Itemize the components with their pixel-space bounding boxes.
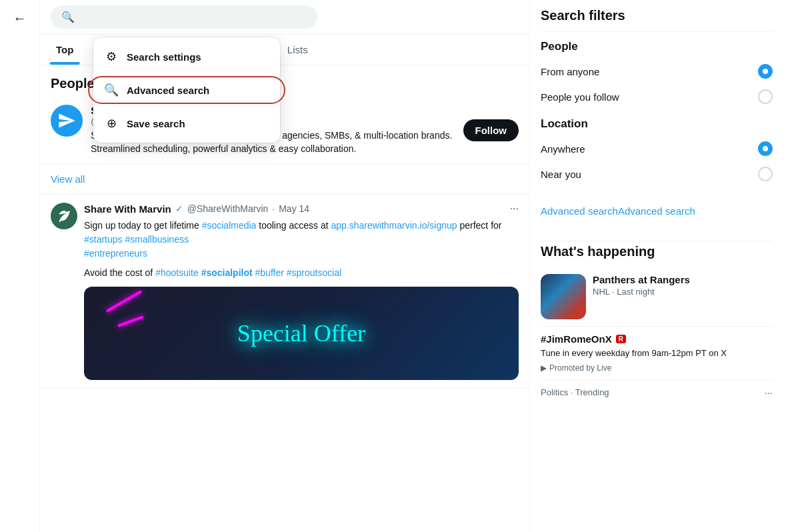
from-anyone-label: From anyone [541,66,599,77]
promoted-text: Promoted by Live [549,363,611,373]
promoted-jimrome[interactable]: #JimRomeOnX R Tune in every weekday from… [541,327,773,380]
plus-circle-icon: ⊕ [104,116,119,131]
tweet-more-options[interactable]: ··· [510,203,519,215]
near-you-radio[interactable] [758,167,773,181]
tweet-text-1: Sign up today to get lifetime [84,220,202,231]
tweet-body: Sign up today to get lifetime #socialmed… [84,219,519,261]
neon-decoration-1 [106,290,142,312]
tweet-header: Share With Marvin ✓ @ShareWithMarvin · M… [51,203,519,380]
search-settings-label: Search settings [127,51,201,63]
dropdown-save-search[interactable]: ⊕ Save search [93,107,280,140]
tweet-card: Share With Marvin ✓ @ShareWithMarvin · M… [40,195,529,389]
tweet-link-socialmedia[interactable]: #socialmedia [202,220,257,231]
politics-more[interactable]: ··· [764,387,773,398]
jimrome-label: ▶ Promoted by Live [541,363,773,373]
whats-happening-title: What's happening [541,241,773,259]
left-nav: ← [0,0,40,532]
tweet-avoid-text: Avoid the cost of [84,267,155,278]
tweet-link-smallbusiness[interactable]: #smallbusiness [125,234,189,245]
follow-button[interactable]: Follow [463,119,519,141]
search-input[interactable]: socialpilot [80,11,307,23]
tweet-text-2: tooling access at [256,220,331,231]
tweet-image: Special Offer [84,287,519,380]
tweet-body-2: Avoid the cost of #hootsuite #socialpilo… [84,266,519,280]
neon-decoration-2 [118,315,144,327]
tab-top[interactable]: Top [40,35,89,65]
tweet-link-startups[interactable]: #startups [84,234,123,245]
anywhere-radio[interactable] [758,141,773,156]
near-you-option[interactable]: Near you [541,161,773,187]
search-bar-area: 🔍 socialpilot ⚙ Search settings 🔍 Advanc… [40,0,529,35]
people-you-follow-radio[interactable] [758,89,773,104]
people-you-follow-label: People you follow [541,91,619,103]
jimrome-desc: Tune in every weekday from 9am-12pm PT o… [541,347,773,359]
anywhere-option[interactable]: Anywhere [541,136,773,161]
panthers-info: Panthers at Rangers NHL · Last night [593,274,773,297]
tweet-link-buffer[interactable]: #buffer [255,267,284,278]
from-anyone-radio[interactable] [758,64,773,79]
search-circle-icon: 🔍 [104,83,119,97]
dropdown-advanced-search[interactable]: 🔍 Advanced search [93,73,280,107]
near-you-label: Near you [541,169,581,180]
tweet-handle: @ShareWithMarvin [187,203,269,214]
special-offer-text: Special Offer [237,319,365,347]
trending-item-panthers[interactable]: Panthers at Rangers NHL · Last night [541,267,773,327]
from-anyone-option[interactable]: From anyone [541,59,773,84]
search-dropdown: ⚙ Search settings 🔍 Advanced search ⊕ Sa… [93,37,280,143]
gear-icon: ⚙ [104,49,119,64]
advanced-search-link[interactable]: Advanced searchAdvanced search [541,205,695,217]
jimrome-title: #JimRomeOnX R [541,333,773,345]
politics-trending[interactable]: Politics · Trending ··· [541,380,773,405]
anywhere-label: Anywhere [541,143,585,155]
tweet-link-entrepreneurs[interactable]: #entrepreneurs [84,248,147,259]
right-sidebar: Search filters People From anyone People… [530,0,783,532]
people-you-follow-option[interactable]: People you follow [541,84,773,109]
panthers-image-bg [541,274,586,319]
tweet-meta-row: Share With Marvin ✓ @ShareWithMarvin · M… [84,203,519,215]
main-content: 🔍 socialpilot ⚙ Search settings 🔍 Advanc… [40,0,530,532]
tweet-link-socialpilot[interactable]: #socialpilot [201,267,253,278]
jimrome-badge: R [616,335,626,343]
panthers-sub: NHL · Last night [593,287,773,297]
save-search-label: Save search [127,118,185,129]
tweet-author-name: Share With Marvin [84,203,171,215]
promoted-icon: ▶ [541,363,547,373]
tweet-dot-separator: · [272,203,275,214]
tweet-avatar [51,203,77,229]
view-all-link[interactable]: View all [40,164,529,195]
filters-title: Search filters [541,8,773,32]
tweet-verified-badge: ✓ [175,203,183,214]
tweet-date: May 14 [279,203,309,214]
tweet-link-sproutsocial[interactable]: #sproutsocial [287,267,342,278]
tweet-text-3: perfect for [457,220,502,231]
whats-happening-section: What's happening Panthers at Rangers NHL… [541,241,773,405]
politics-label: Politics · Trending [541,387,609,397]
tweet-link-signup[interactable]: app.sharewithmarvin.io/signup [331,220,457,231]
advanced-search-label: Advanced search [127,85,209,96]
panthers-title: Panthers at Rangers [593,274,773,285]
jimrome-title-text: #JimRomeOnX [541,333,612,345]
search-input-wrap[interactable]: 🔍 socialpilot [51,5,317,29]
location-filter-label: Location [541,117,773,131]
panthers-image [541,274,586,319]
dropdown-search-settings[interactable]: ⚙ Search settings [93,40,280,73]
search-icon: 🔍 [61,11,75,23]
people-filter-label: People [541,40,773,53]
back-button[interactable]: ← [7,5,33,31]
tweet-link-hootsuite[interactable]: #hootsuite [155,267,199,278]
socialpilot-avatar [51,105,83,137]
